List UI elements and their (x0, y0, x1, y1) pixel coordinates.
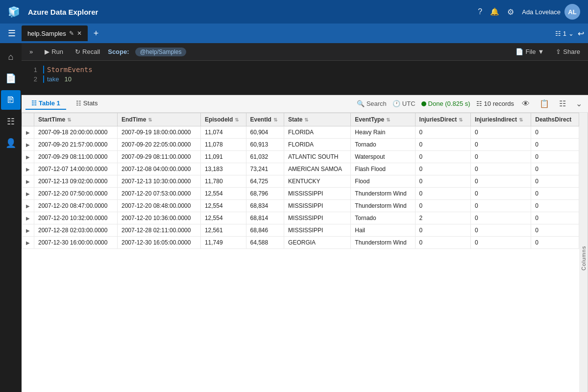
tab-stats[interactable]: ☷ Stats (70, 98, 104, 110)
cell-endtime-8: 2007-12-28 02:11:00.0000 (117, 224, 200, 237)
col-injuriesindirect[interactable]: InjuriesIndirect ⇅ (470, 113, 531, 126)
cell-eventtype-9: Thunderstorm Wind (351, 237, 415, 249)
sidebar: ⌂ 📄 🖹 ☷ 👤 (0, 43, 22, 392)
results-toolbar: ☷ Table 1 ☷ Stats 🔍 Search 🕐 UTC (22, 95, 588, 113)
sort-starttime-icon: ⇅ (67, 117, 71, 122)
table-row: ▶2007-09-18 20:00:00.00002007-09-19 18:0… (22, 126, 579, 139)
col-episodeid[interactable]: EpisodeId ⇅ (200, 113, 246, 126)
expand-icon: » (29, 48, 33, 55)
cell-deathsdirect-5: 0 (531, 188, 579, 200)
tab-close-icon[interactable]: ✕ (77, 30, 82, 37)
status-badge: Done (0.825 s) (421, 100, 470, 107)
row-expand-3[interactable]: ▶ (22, 163, 34, 175)
cell-endtime-4: 2007-12-13 10:30:00.0000 (117, 175, 200, 188)
row-expand-7[interactable]: ▶ (22, 212, 34, 224)
cell-deathsdirect-8: 0 (531, 224, 579, 237)
tab-table[interactable]: ☷ Table 1 (25, 98, 66, 110)
sort-endtime-icon: ⇅ (148, 117, 152, 122)
table-tab-label: Table 1 (39, 99, 60, 107)
row-expand-9[interactable]: ▶ (22, 237, 34, 249)
utc-button[interactable]: 🕐 UTC (392, 100, 416, 107)
row-expand-5[interactable]: ▶ (22, 188, 34, 200)
cell-eventid-5: 68,796 (246, 188, 284, 200)
cell-eventid-6: 68,834 (246, 200, 284, 212)
tab-label: help.Samples (27, 30, 66, 37)
cell-deathsdirect-0: 0 (531, 126, 579, 139)
col-eventid[interactable]: EventId ⇅ (246, 113, 284, 126)
col-state[interactable]: State ⇅ (284, 113, 351, 126)
table-row: ▶2007-12-20 08:47:00.00002007-12-20 08:4… (22, 200, 579, 212)
cell-endtime-3: 2007-12-08 04:00:00.0000 (117, 163, 200, 175)
row-expand-6[interactable]: ▶ (22, 200, 34, 212)
file-button[interactable]: 📄 File ▼ (512, 46, 548, 57)
records-count: ☷ 10 records (476, 100, 514, 107)
keyword-take: take (47, 75, 59, 83)
col-injuriesdirect[interactable]: InjuriesDirect ⇅ (415, 113, 470, 126)
share-button[interactable]: ⇪ Share (552, 46, 584, 57)
undo-button[interactable]: ↩ (578, 29, 584, 38)
user-profile[interactable]: Ada Lovelace AL (522, 4, 580, 20)
sidebar-chart-icon[interactable]: ☷ (1, 112, 21, 131)
toolbar-right: 📄 File ▼ ⇪ Share (512, 46, 584, 57)
records-icon: ☷ (476, 100, 482, 107)
sidebar-data-icon[interactable]: 📄 (1, 69, 21, 88)
sidebar-query-icon[interactable]: 🖹 (1, 90, 21, 110)
table-container[interactable]: StartTime ⇅ EndTime ⇅ (22, 113, 579, 392)
layout-icon[interactable]: ☷ (557, 98, 568, 109)
help-icon[interactable]: ? (478, 7, 482, 16)
col-deathsdirect[interactable]: DeathsDirect (531, 113, 579, 126)
cell-deathsdirect-1: 0 (531, 139, 579, 151)
tab-help-samples[interactable]: help.Samples ✎ ✕ (22, 25, 88, 41)
cell-injuriesdirect-0: 0 (415, 126, 470, 139)
col-endtime[interactable]: EndTime ⇅ (117, 113, 200, 126)
cell-episodeid-4: 11,780 (200, 175, 246, 188)
query-editor[interactable]: 1 StormEvents 2 take 10 (22, 61, 588, 95)
row-expand-1[interactable]: ▶ (22, 139, 34, 151)
expand-button[interactable]: » (25, 46, 37, 57)
run-button[interactable]: ▶ Run (41, 46, 67, 57)
utc-label: UTC (402, 100, 416, 107)
table-row: ▶2007-12-20 07:50:00.00002007-12-20 07:5… (22, 188, 579, 200)
search-area[interactable]: 🔍 Search (357, 100, 387, 107)
recall-button[interactable]: ↻ Recall (71, 46, 104, 57)
copy-icon[interactable]: 📋 (538, 98, 551, 109)
row-expand-0[interactable]: ▶ (22, 126, 34, 139)
hamburger-menu[interactable]: ☰ (4, 26, 20, 41)
row-expand-2[interactable]: ▶ (22, 151, 34, 163)
col-starttime[interactable]: StartTime ⇅ (34, 113, 118, 126)
cell-injuriesindirect-8: 0 (470, 224, 531, 237)
cell-endtime-7: 2007-12-20 10:36:00.0000 (117, 212, 200, 224)
file-label: File (525, 48, 536, 55)
cell-episodeid-5: 12,554 (200, 188, 246, 200)
cell-eventtype-0: Heavy Rain (351, 126, 415, 139)
chevron-down-icon[interactable]: ⌄ (574, 98, 584, 109)
cell-eventid-9: 64,588 (246, 237, 284, 249)
cell-injuriesdirect-9: 0 (415, 237, 470, 249)
sidebar-person-icon[interactable]: 👤 (1, 133, 21, 153)
cell-injuriesdirect-4: 0 (415, 175, 470, 188)
col-eventtype[interactable]: EventType ⇅ (351, 113, 415, 126)
columns-panel[interactable]: Columns (579, 113, 588, 392)
cell-injuriesindirect-6: 0 (470, 200, 531, 212)
row-expand-8[interactable]: ▶ (22, 224, 34, 237)
sidebar-home-icon[interactable]: ⌂ (1, 47, 21, 67)
file-icon: 📄 (515, 48, 523, 55)
settings-icon[interactable]: ⚙ (507, 7, 514, 17)
query-line-2: take 10 (43, 75, 72, 83)
eye-icon[interactable]: 👁 (520, 98, 532, 109)
row-expand-4[interactable]: ▶ (22, 175, 34, 188)
notifications-icon[interactable]: 🔔 (490, 7, 499, 16)
tab-edit-icon[interactable]: ✎ (69, 30, 74, 37)
user-name: Ada Lovelace (522, 8, 561, 16)
cell-episodeid-2: 11,091 (200, 151, 246, 163)
cell-eventtype-7: Tornado (351, 212, 415, 224)
code-line-1: 1 StormEvents (22, 65, 588, 74)
new-tab-button[interactable]: + (90, 26, 103, 41)
cell-eventid-4: 64,725 (246, 175, 284, 188)
cell-injuriesdirect-5: 0 (415, 188, 470, 200)
scope-badge[interactable]: @help/Samples (135, 48, 187, 56)
tab-counter[interactable]: ☷ 1 ⌄ (555, 30, 574, 37)
results-toolbar-right: 🔍 Search 🕐 UTC Done (0.825 s) ☷ 10 recor… (357, 98, 584, 109)
cell-eventid-8: 68,846 (246, 224, 284, 237)
search-icon: 🔍 (357, 100, 365, 107)
